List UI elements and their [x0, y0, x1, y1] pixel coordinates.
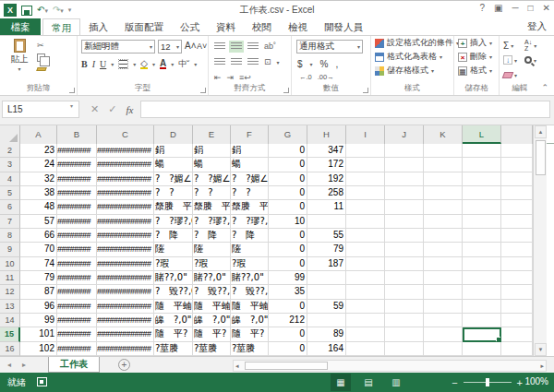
- minimize-icon[interactable]: ─: [512, 3, 518, 13]
- cell-A9[interactable]: 70: [20, 243, 57, 256]
- cell-E11[interactable]: 賭??,0": [193, 271, 231, 285]
- cell-G13[interactable]: 0: [269, 300, 307, 314]
- cell-K5[interactable]: [424, 186, 463, 200]
- fill-color-icon[interactable]: ◇: [140, 59, 148, 69]
- cell-K7[interactable]: [424, 215, 463, 229]
- cell-A3[interactable]: 24: [20, 158, 57, 172]
- cell-B14[interactable]: ########: [57, 314, 97, 327]
- row-header-5[interactable]: 5: [0, 186, 20, 200]
- cell-H7[interactable]: [307, 215, 346, 229]
- align-bottom-icon[interactable]: [247, 42, 259, 51]
- cell-B16[interactable]: ########: [57, 342, 97, 356]
- cell-L2[interactable]: [463, 144, 501, 158]
- cell-C7[interactable]: #############: [97, 215, 154, 229]
- cell-E9[interactable]: 隓: [193, 243, 231, 256]
- cell-D6[interactable]: 漦賸 平: [154, 200, 193, 214]
- insert-cells-button[interactable]: + 插入▾: [454, 36, 499, 50]
- cell-partial[interactable]: [501, 215, 533, 229]
- tab-insert[interactable]: 插入: [80, 18, 116, 35]
- cell-partial[interactable]: [501, 271, 533, 285]
- cell-L15[interactable]: [463, 327, 501, 341]
- cell-F16[interactable]: ?莖賸: [231, 342, 269, 356]
- cell-E7[interactable]: ? ?璆?,C: [193, 215, 231, 229]
- row-header-9[interactable]: 9: [0, 243, 20, 256]
- align-right-icon[interactable]: [247, 58, 259, 66]
- cell-I5[interactable]: [346, 186, 385, 200]
- cell-J9[interactable]: [385, 243, 424, 256]
- align-center-icon[interactable]: [231, 58, 242, 66]
- row-header-12[interactable]: 12: [0, 285, 20, 299]
- cell-G14[interactable]: 212: [269, 314, 307, 327]
- cell-H14[interactable]: [307, 314, 346, 327]
- cell-G15[interactable]: 0: [269, 327, 307, 341]
- cell-F8[interactable]: ? 降: [231, 229, 269, 243]
- column-header-partial[interactable]: [501, 125, 533, 144]
- cell-E14[interactable]: 皞 ?,0": [193, 314, 231, 327]
- find-select-button[interactable]: ▾: [524, 53, 536, 66]
- cell-F9[interactable]: 隓: [231, 243, 269, 256]
- cell-E8[interactable]: ? 降: [193, 229, 231, 243]
- cell-D3[interactable]: 蝪: [154, 158, 193, 172]
- cell-H5[interactable]: 258: [307, 186, 346, 200]
- cell-H6[interactable]: 11: [307, 200, 346, 214]
- cell-J2[interactable]: [385, 144, 424, 158]
- cell-G6[interactable]: 0: [269, 200, 307, 214]
- close-icon[interactable]: ✕: [543, 3, 550, 13]
- cell-I12[interactable]: [346, 285, 385, 299]
- tab-file[interactable]: 檔案: [0, 18, 41, 35]
- align-left-icon[interactable]: [214, 58, 225, 66]
- cell-L4[interactable]: [463, 172, 501, 186]
- tab-data[interactable]: 資料: [208, 18, 244, 35]
- cell-B4[interactable]: ########: [57, 172, 97, 186]
- page-layout-view-icon[interactable]: ▤: [358, 374, 379, 391]
- cell-C16[interactable]: #############: [97, 342, 154, 356]
- cell-H4[interactable]: 192: [307, 172, 346, 186]
- cell-I16[interactable]: [346, 342, 385, 356]
- cell-C4[interactable]: #############: [97, 172, 154, 186]
- cell-J12[interactable]: [385, 285, 424, 299]
- cell-K2[interactable]: [424, 144, 463, 158]
- cell-I4[interactable]: [346, 172, 385, 186]
- cell-F5[interactable]: ? ?: [231, 186, 269, 200]
- cell-C8[interactable]: #############: [97, 229, 154, 243]
- cell-L12[interactable]: [463, 285, 501, 299]
- column-header-H[interactable]: H: [307, 125, 346, 144]
- alignment-dialog-launcher-icon[interactable]: [283, 88, 289, 93]
- row-header-3[interactable]: 3: [0, 158, 20, 172]
- cell-C9[interactable]: #############: [97, 243, 154, 256]
- phonetic-guide-icon[interactable]: 中˘: [178, 58, 189, 70]
- cell-A15[interactable]: 101: [20, 327, 57, 341]
- cell-partial[interactable]: [501, 243, 533, 256]
- cell-F15[interactable]: 隨 平?: [231, 327, 269, 341]
- column-header-D[interactable]: D: [154, 125, 193, 144]
- cell-A14[interactable]: 99: [20, 314, 57, 327]
- cell-C2[interactable]: #############: [97, 144, 154, 158]
- increase-decimal-icon[interactable]: ←.0: [299, 73, 312, 81]
- cell-D15[interactable]: 隨 平?: [154, 327, 193, 341]
- decrease-indent-icon[interactable]: ⇤: [214, 72, 222, 83]
- clipboard-dialog-launcher-icon[interactable]: [69, 88, 75, 93]
- scroll-right-icon[interactable]: ▸: [540, 362, 544, 371]
- cell-partial[interactable]: [501, 327, 533, 341]
- cell-G11[interactable]: 99: [269, 271, 307, 285]
- cell-G3[interactable]: 0: [269, 158, 307, 172]
- increase-indent-icon[interactable]: ⇥: [227, 72, 235, 83]
- wrap-text-icon[interactable]: ≡↩: [239, 72, 251, 83]
- row-header-14[interactable]: 14: [0, 314, 20, 327]
- cell-J13[interactable]: [385, 300, 424, 314]
- column-header-K[interactable]: K: [424, 125, 463, 144]
- orientation-icon[interactable]: ab˚: [264, 41, 276, 52]
- column-header-L[interactable]: L: [463, 125, 501, 144]
- cell-F12[interactable]: ? 毀??,C: [231, 285, 269, 299]
- cell-F13[interactable]: 隨 平蝻: [231, 300, 269, 314]
- horizontal-scroll-thumb[interactable]: [245, 362, 328, 370]
- cell-H10[interactable]: 187: [307, 257, 346, 271]
- cell-K10[interactable]: [424, 257, 463, 271]
- cell-J4[interactable]: [385, 172, 424, 186]
- cell-A7[interactable]: 57: [20, 215, 57, 229]
- cell-F6[interactable]: 漦賸 平: [231, 200, 269, 214]
- cell-J15[interactable]: [385, 327, 424, 341]
- zoom-in-icon[interactable]: +: [517, 377, 523, 388]
- insert-function-icon[interactable]: fx: [126, 104, 133, 115]
- cell-C3[interactable]: #############: [97, 158, 154, 172]
